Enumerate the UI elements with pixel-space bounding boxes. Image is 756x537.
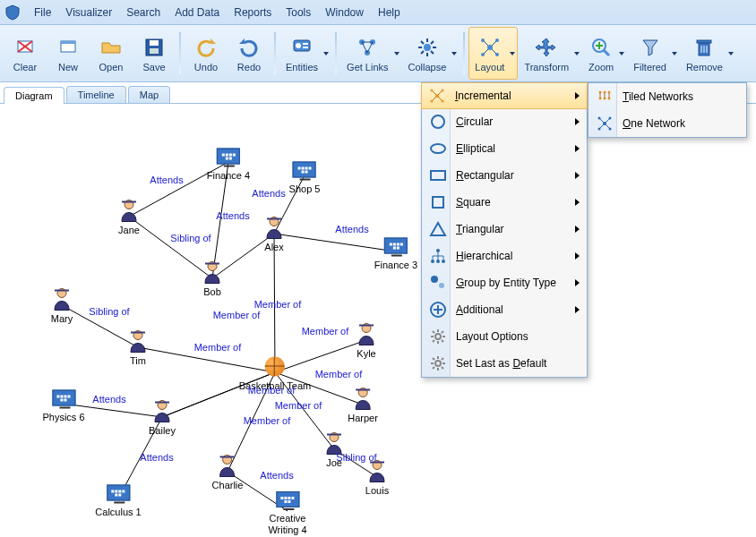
chevron-down-icon [510,52,515,55]
basketball-icon [262,354,288,379]
menu-window[interactable]: Window [318,3,371,22]
node-louis[interactable]: Louis [365,459,390,496]
menu-item-circular[interactable]: Circular [422,108,587,135]
tab-diagram[interactable]: Diagram [4,87,64,104]
person-icon [116,199,142,224]
node-label: Harper [348,413,378,423]
node-shop5[interactable]: Shop 5 [289,158,321,194]
person-icon [215,454,240,479]
clear-button[interactable]: Clear [4,27,47,80]
menu-item-one-network[interactable]: One Network [588,110,746,137]
redo-button[interactable]: Redo [228,27,271,80]
menu-item-layout-options[interactable]: Layout Options [422,323,587,350]
node-finance3[interactable]: Finance 3 [374,234,417,270]
person-icon [350,387,375,412]
menu-item-additional[interactable]: Additional [422,296,587,323]
person-icon [200,260,225,286]
menu-visualizer[interactable]: Visualizer [58,3,119,22]
menu-file[interactable]: File [27,3,58,22]
screen-icon [51,386,76,411]
node-calculus1[interactable]: Calculus 1 [95,481,141,517]
node-bob[interactable]: Bob [200,260,225,297]
remove-icon [692,35,717,60]
chevron-down-icon [323,52,329,55]
remove-button[interactable]: Remove [680,27,736,80]
layout-button[interactable]: Layout [468,27,518,80]
node-bailey[interactable]: Bailey [149,399,176,436]
collapse-button[interactable]: Collapse [402,27,460,80]
node-label: Louis [365,485,390,496]
node-alex[interactable]: Alex [262,216,287,252]
diagram-canvas[interactable]: Finance 4Shop 5JaneAlexFinance 3BobMaryT… [0,104,756,537]
hier-icon [425,245,451,267]
chevron-down-icon [728,52,734,55]
node-label: Creative [268,513,306,524]
node-kyle[interactable]: Kyle [354,322,379,359]
tab-map[interactable]: Map [128,86,170,103]
getlinks-icon [355,35,380,60]
zoom-button[interactable]: Zoom [582,27,627,80]
menu-tools[interactable]: Tools [279,3,318,22]
svg-point-15 [424,44,431,51]
menu-reports[interactable]: Reports [227,3,279,22]
node-mary[interactable]: Mary [49,287,74,324]
node-physics6[interactable]: Physics 6 [42,386,84,422]
menu-help[interactable]: Help [371,3,408,22]
filtered-button[interactable]: Filtered [627,27,680,80]
svg-rect-26 [697,40,711,43]
chevron-right-icon [575,279,580,286]
menu-item-hierarchical[interactable]: Hierarchical [422,243,587,269]
menu-item-square[interactable]: Square [422,189,587,216]
getlinks-button[interactable]: Get Links [340,27,401,80]
svg-point-90 [435,361,441,366]
transform-button[interactable]: Transform [518,27,582,80]
layout-icon [477,35,503,60]
node-finance4[interactable]: Finance 4 [207,144,250,181]
edge-label: Member of [315,369,363,379]
person-icon [49,287,74,312]
app-logo-icon [4,4,21,21]
clear-icon [13,35,38,60]
node-charlie[interactable]: Charlie [212,454,244,490]
chevron-right-icon [575,252,580,260]
node-label: Finance 4 [207,170,250,181]
node-jane[interactable]: Jane [116,199,142,235]
ellipse-icon [425,138,451,159]
save-button[interactable]: Save [133,27,176,80]
node-harper[interactable]: Harper [348,387,378,423]
entities-button[interactable]: Entities [279,27,331,80]
menu-item-tiled-networks[interactable]: Tiled Networks [588,83,746,110]
menu-search[interactable]: Search [119,3,168,22]
menu-add-data[interactable]: Add Data [168,3,227,22]
tab-timeline[interactable]: Timeline [66,86,126,103]
svg-point-76 [432,115,444,128]
svg-rect-7 [150,48,159,54]
triangle-icon [425,218,451,240]
group-icon [425,272,451,294]
menu-item-elliptical[interactable]: Elliptical [422,135,587,162]
chevron-right-icon [575,145,580,152]
screen-icon [383,234,408,259]
node-label: Charlie [212,480,244,490]
svg-rect-10 [303,43,308,45]
edge-label: Member of [302,326,349,337]
menu-item-incremental[interactable]: Incremental [421,82,588,109]
save-icon [142,35,167,60]
svg-point-84 [431,276,438,283]
node-creative[interactable]: CreativeWriting 4 [268,487,306,535]
menu-item-group-by-entity-type[interactable]: Group by Entity Type [422,269,587,296]
new-button[interactable]: New [47,27,90,80]
plus-icon [425,299,451,320]
menu-item-rectangular[interactable]: Rectangular [422,162,587,189]
menu-item-triangular[interactable]: Triangular [422,216,587,243]
edge-label: Member of [248,385,296,396]
menu-item-set-last-as-default[interactable]: Set Last as Default [422,350,587,377]
circle-icon [425,111,451,132]
svg-rect-50 [122,201,136,203]
open-button[interactable]: Open [90,27,133,80]
undo-button[interactable]: Undo [185,27,228,80]
node-tim[interactable]: Tim [125,329,150,366]
screen-icon [216,144,241,169]
chevron-right-icon [575,92,580,99]
person-icon [125,329,150,354]
